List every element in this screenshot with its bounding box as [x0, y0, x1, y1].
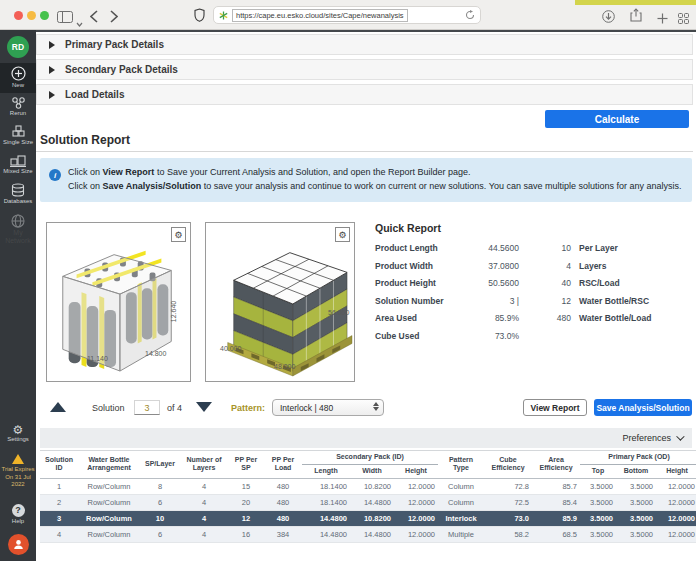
- col-header[interactable]: Bottom: [616, 464, 656, 478]
- databases-icon: [11, 183, 25, 197]
- chevron-down-icon[interactable]: [76, 13, 83, 31]
- close-window-button[interactable]: [14, 11, 23, 20]
- next-solution-button[interactable]: [196, 402, 212, 412]
- table-row[interactable]: 4Row/Column6416384 14.480014.480012.0000…: [40, 526, 696, 542]
- calculate-button[interactable]: Calculate: [545, 110, 689, 128]
- globe-icon: [11, 214, 25, 228]
- case-3d-drawing: [47, 223, 190, 381]
- info-line-2: Click on Save Analysis/Solution to save …: [68, 179, 682, 193]
- tab-overview-icon[interactable]: [678, 10, 689, 28]
- col-header[interactable]: Length: [302, 464, 350, 478]
- group-header-secondary-pack: Secondary Pack (ID): [302, 451, 438, 465]
- info-icon: i: [49, 169, 61, 181]
- reload-icon[interactable]: [465, 6, 475, 24]
- sidebar-item-databases[interactable]: Databases: [0, 181, 36, 205]
- address-bar[interactable]: https://cape.eu.esko.cloud/sites/Cape/ne…: [213, 6, 481, 24]
- accordion-label: Primary Pack Details: [65, 39, 164, 50]
- case-3d-viewer[interactable]: ⚙: [46, 222, 191, 382]
- accordion-label: Secondary Pack Details: [65, 64, 178, 75]
- chevron-down-icon: [676, 432, 684, 440]
- pattern-select[interactable]: Interlock | 480: [272, 399, 384, 416]
- col-header[interactable]: Solution ID: [40, 451, 78, 479]
- save-analysis-solution-button[interactable]: Save Analysis/Solution: [594, 399, 692, 416]
- sidebar-item-single-size[interactable]: Single Size: [0, 123, 36, 146]
- table-row[interactable]: 2Row/Column6420480 18.140014.480012.0000…: [40, 494, 696, 510]
- viewer-settings-icon[interactable]: ⚙: [335, 227, 350, 242]
- expand-caret-icon: [49, 41, 55, 49]
- forward-icon[interactable]: [110, 9, 118, 27]
- col-header[interactable]: Area Efficiency: [532, 451, 580, 479]
- col-header[interactable]: PP Per Load: [264, 451, 302, 479]
- accordion-label: Load Details: [65, 89, 124, 100]
- trial-text: 2022: [11, 481, 24, 487]
- url-text[interactable]: https://cape.eu.esko.cloud/sites/Cape/ne…: [232, 9, 408, 22]
- sidebar-item-label: Mixed Size: [0, 168, 36, 175]
- sidebar-item-rerun[interactable]: Rerun: [0, 94, 36, 117]
- new-tab-icon[interactable]: [657, 10, 668, 28]
- download-icon[interactable]: [602, 9, 615, 27]
- back-icon[interactable]: [90, 9, 98, 27]
- quick-report-row: Solution Number3 | 12Water Bottle/RSC: [375, 296, 693, 306]
- quick-report-row: Product Length44.5600 10Per Layer: [375, 243, 693, 253]
- chat-beacon-button[interactable]: [8, 534, 29, 555]
- preferences-bar[interactable]: Preferences: [40, 428, 692, 448]
- shield-icon[interactable]: [194, 8, 205, 26]
- avatar[interactable]: RD: [7, 36, 29, 58]
- accordion-secondary-pack-details[interactable]: Secondary Pack Details: [36, 59, 693, 80]
- minimize-window-button[interactable]: [27, 11, 36, 20]
- sidebar-item-settings[interactable]: ⚙ Settings: [0, 422, 36, 443]
- title-rule: [36, 151, 693, 152]
- col-header[interactable]: Number of Layers: [180, 451, 228, 479]
- pattern-value: Interlock | 480: [280, 403, 333, 413]
- col-header[interactable]: Height: [656, 464, 696, 478]
- table-row[interactable]: 1Row/Column8415480 18.140010.820012.0000…: [40, 478, 696, 494]
- trial-notice: Trial Expires On 31 Jul 2022: [0, 454, 36, 489]
- load-width-dim: 40.000: [220, 345, 241, 352]
- zoom-window-button[interactable]: [40, 11, 49, 20]
- solution-nav-row: Solution 3 of 4 Pattern: Interlock | 480…: [36, 397, 696, 419]
- load-height-dim: 56.060: [328, 309, 349, 316]
- sidebar-item-label: Help: [0, 518, 36, 525]
- sidebar-item-label: Single Size: [0, 139, 36, 146]
- share-icon[interactable]: [630, 8, 642, 26]
- sidebar-item-mixed-size[interactable]: Mixed Size: [0, 152, 36, 175]
- solution-of-label: of 4: [167, 403, 182, 413]
- col-header[interactable]: Width: [350, 464, 394, 478]
- col-header[interactable]: Top: [580, 464, 616, 478]
- site-favicon: [219, 6, 228, 24]
- stepper-arrows-icon: [373, 402, 379, 411]
- previous-solution-button[interactable]: [50, 402, 66, 412]
- trial-text: On 31 Jul: [5, 474, 31, 480]
- col-header[interactable]: Water Bottle Arrangement: [78, 451, 140, 479]
- browser-window: https://cape.eu.esko.cloud/sites/Cape/ne…: [0, 0, 696, 561]
- single-size-icon: [11, 125, 26, 138]
- col-header[interactable]: PP Per SP: [228, 451, 264, 479]
- viewer-settings-icon[interactable]: ⚙: [171, 227, 186, 242]
- info-line-1: Click on View Report to Save your Curren…: [68, 165, 682, 179]
- sidebar-item-label: My Network: [0, 229, 36, 245]
- sidebar-item-new[interactable]: New: [0, 63, 36, 93]
- expand-caret-icon: [49, 91, 55, 99]
- gear-icon: ⚙: [13, 423, 24, 437]
- sidebar-item-my-network[interactable]: My Network: [0, 212, 36, 245]
- page-title: Solution Report: [40, 133, 130, 147]
- accordion-primary-pack-details[interactable]: Primary Pack Details: [36, 34, 693, 55]
- col-header[interactable]: SP/Layer: [140, 451, 180, 479]
- sidebar-item-help[interactable]: ? Help: [0, 502, 36, 525]
- quick-report-row: Product Height50.5600 40RSC/Load: [375, 278, 693, 288]
- sidebar-item-label: Settings: [0, 436, 36, 443]
- accordion-load-details[interactable]: Load Details: [36, 84, 693, 105]
- pallet-3d-viewer[interactable]: ⚙: [205, 222, 355, 382]
- solution-label: Solution: [92, 403, 125, 413]
- sidebar-item-label: Databases: [0, 198, 36, 205]
- quick-report-row: Area Used85.9% 480Water Bottle/Load: [375, 313, 693, 323]
- table-row-selected[interactable]: 3Row/Column10412480 14.480010.820012.000…: [40, 510, 696, 526]
- view-report-button[interactable]: View Report: [523, 399, 587, 416]
- col-header[interactable]: Cube Efficiency: [484, 451, 532, 479]
- sidebar-toggle-icon[interactable]: [57, 9, 73, 27]
- solution-number-input[interactable]: 3: [134, 400, 160, 415]
- preferences-label: Preferences: [622, 433, 671, 443]
- col-header[interactable]: Height: [394, 464, 438, 478]
- col-header[interactable]: Pattern Type: [438, 451, 484, 479]
- case-length-dim: 14.800: [145, 350, 166, 357]
